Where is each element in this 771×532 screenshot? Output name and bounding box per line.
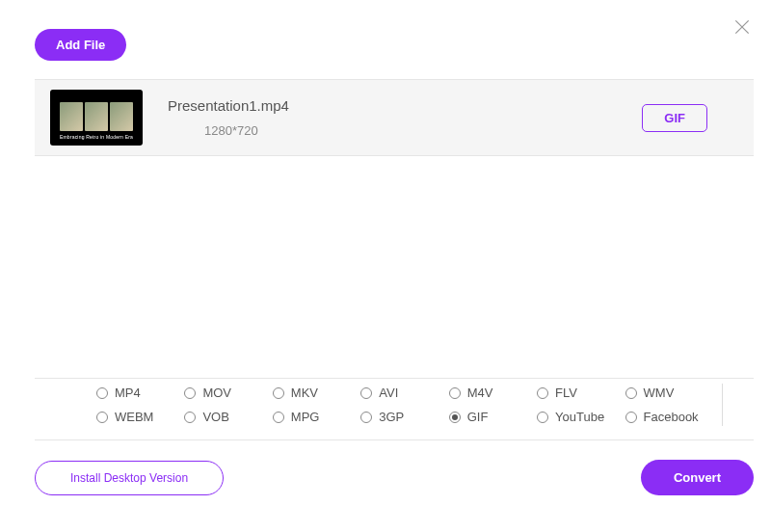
radio-icon [625, 387, 637, 399]
radio-icon [625, 412, 637, 423]
format-label: 3GP [379, 410, 404, 424]
format-option-mp4[interactable]: MP4 [96, 386, 184, 400]
install-desktop-button[interactable]: Install Desktop Version [35, 461, 224, 495]
output-format-badge[interactable]: GIF [642, 104, 707, 132]
format-label: GIF [467, 410, 489, 424]
radio-icon [273, 412, 284, 423]
format-label: MKV [291, 386, 318, 400]
format-label: Facebook [644, 410, 699, 424]
format-option-webm[interactable]: WEBM [96, 410, 184, 424]
radio-icon [273, 387, 284, 399]
format-label: FLV [555, 386, 577, 400]
format-label: M4V [467, 386, 493, 400]
convert-button[interactable]: Convert [641, 460, 754, 495]
radio-icon [360, 412, 372, 423]
format-label: WEBM [115, 410, 153, 424]
format-label: MPG [291, 410, 320, 424]
radio-icon [537, 387, 548, 399]
format-option-mov[interactable]: MOV [184, 386, 272, 400]
format-label: AVI [379, 386, 398, 400]
file-thumbnail: Embracing Retro in Modern Era [50, 90, 143, 146]
radio-icon [449, 412, 461, 423]
format-label: WMV [644, 386, 675, 400]
file-info: Presentation1.mp4 1280*720 [168, 97, 642, 138]
format-label: MP4 [115, 386, 141, 400]
radio-icon [360, 387, 372, 399]
radio-icon [184, 387, 196, 399]
file-resolution: 1280*720 [204, 123, 642, 138]
format-options: MP4MOVMKVAVIM4VFLVWMV WEBMVOBMPG3GPGIFYo… [96, 386, 732, 424]
format-option-avi[interactable]: AVI [360, 386, 448, 400]
radio-icon [537, 412, 548, 423]
format-option-vob[interactable]: VOB [184, 410, 272, 424]
thumbnail-caption: Embracing Retro in Modern Era [60, 134, 133, 140]
radio-icon [184, 412, 196, 423]
format-label: YouTube [555, 410, 604, 424]
close-icon[interactable] [732, 17, 752, 37]
format-option-mkv[interactable]: MKV [273, 386, 360, 400]
radio-icon [96, 412, 108, 423]
format-option-m4v[interactable]: M4V [449, 386, 537, 400]
format-option-flv[interactable]: FLV [537, 386, 625, 400]
divider [722, 384, 723, 426]
add-file-button[interactable]: Add File [35, 29, 126, 61]
radio-icon [96, 387, 108, 399]
format-option-gif[interactable]: GIF [449, 410, 537, 424]
divider [35, 378, 754, 379]
radio-icon [449, 387, 461, 399]
format-label: MOV [202, 386, 231, 400]
file-name: Presentation1.mp4 [168, 97, 642, 114]
format-option-wmv[interactable]: WMV [625, 386, 713, 400]
format-option-facebook[interactable]: Facebook [625, 410, 713, 424]
file-row: Embracing Retro in Modern Era Presentati… [35, 79, 754, 156]
format-option-youtube[interactable]: YouTube [537, 410, 625, 424]
format-label: VOB [202, 410, 228, 424]
format-option-3gp[interactable]: 3GP [360, 410, 448, 424]
format-option-mpg[interactable]: MPG [273, 410, 360, 424]
divider [35, 439, 754, 440]
